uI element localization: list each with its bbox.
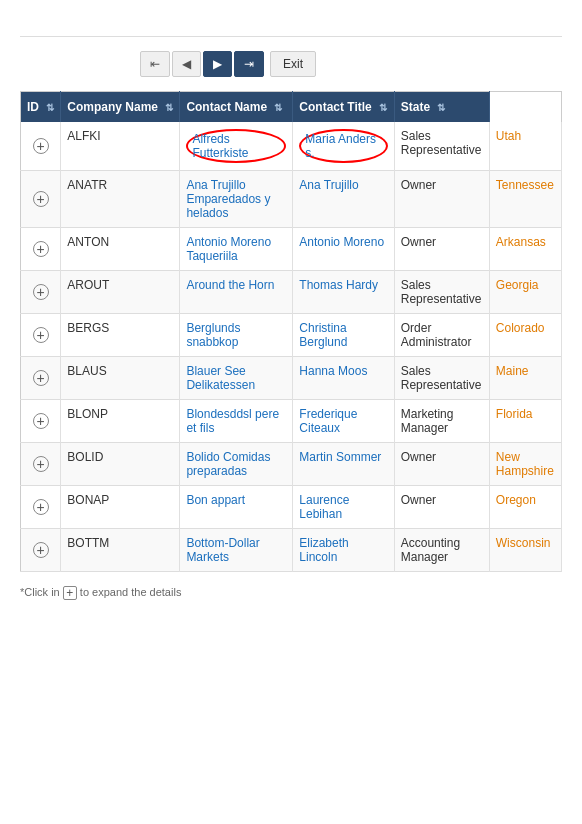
footer-note: *Click in + to expand the details — [20, 586, 562, 600]
table-row: +BOTTMBottom-Dollar MarketsElizabeth Lin… — [21, 529, 562, 572]
cell-contact-name: Christina Berglund — [293, 314, 394, 357]
expand-cell: + — [21, 271, 61, 314]
cell-id: AROUT — [61, 271, 180, 314]
contact-link[interactable]: Christina Berglund — [299, 321, 347, 349]
table-row: +ALFKIAlfreds FutterkisteMaria Anders s.… — [21, 122, 562, 171]
sort-icon-company: ⇅ — [165, 102, 173, 113]
company-link[interactable]: Ana Trujillo Emparedados y helados — [186, 178, 270, 220]
cell-id: ALFKI — [61, 122, 180, 171]
expand-cell: + — [21, 171, 61, 228]
company-link[interactable]: Antonio Moreno Taqueriila — [186, 235, 271, 263]
contact-link[interactable]: Laurence Lebihan — [299, 493, 349, 521]
expand-icon[interactable]: + — [33, 191, 49, 207]
data-grid: ID ⇅ Company Name ⇅ Contact Name ⇅ Conta… — [20, 91, 562, 572]
table-row: +ANATRAna Trujillo Emparedados y helados… — [21, 171, 562, 228]
table-row: +BONAPBon appartLaurence LebihanOwnerOre… — [21, 486, 562, 529]
expand-icon[interactable]: + — [33, 327, 49, 343]
company-link[interactable]: Bon appart — [186, 493, 245, 507]
company-link[interactable]: Blondesddsl pere et fils — [186, 407, 279, 435]
footer-text-before: *Click in — [20, 586, 63, 598]
expand-icon[interactable]: + — [33, 138, 49, 154]
company-link[interactable]: Bottom-Dollar Markets — [186, 536, 259, 564]
cell-id: BOTTM — [61, 529, 180, 572]
next-page-button[interactable]: ▶ — [203, 51, 232, 77]
table-row: +BERGSBerglunds snabbkopChristina Berglu… — [21, 314, 562, 357]
expand-icon[interactable]: + — [33, 499, 49, 515]
col-header-state[interactable]: State ⇅ — [394, 92, 489, 123]
company-link[interactable]: Bolido Comidas preparadas — [186, 450, 270, 478]
contact-link[interactable]: Thomas Hardy — [299, 278, 378, 292]
company-link[interactable]: Berglunds snabbkop — [186, 321, 240, 349]
contact-link[interactable]: Ana Trujillo — [299, 178, 358, 192]
expand-cell: + — [21, 122, 61, 171]
cell-contact-title: Sales Representative — [394, 122, 489, 171]
first-page-button[interactable]: ⇤ — [140, 51, 170, 77]
table-row: +BLAUSBlauer See DelikatessenHanna MoosS… — [21, 357, 562, 400]
cell-contact-name: Maria Anders s. — [293, 122, 394, 171]
contact-link[interactable]: Frederique Citeaux — [299, 407, 357, 435]
cell-company-name: Around the Horn — [180, 271, 293, 314]
cell-contact-title: Owner — [394, 171, 489, 228]
cell-state: Colorado — [489, 314, 561, 357]
cell-contact-title: Sales Representative — [394, 271, 489, 314]
cell-state: Arkansas — [489, 228, 561, 271]
cell-company-name: Ana Trujillo Emparedados y helados — [180, 171, 293, 228]
state-link[interactable]: Wisconsin — [496, 536, 551, 550]
col-header-company-name[interactable]: Company Name ⇅ — [61, 92, 180, 123]
cell-contact-title: Sales Representative — [394, 357, 489, 400]
expand-cell: + — [21, 228, 61, 271]
cell-state: Tennessee — [489, 171, 561, 228]
sort-icon-state: ⇅ — [437, 102, 445, 113]
expand-icon[interactable]: + — [33, 284, 49, 300]
contact-link[interactable]: Antonio Moreno — [299, 235, 384, 249]
expand-icon[interactable]: + — [33, 413, 49, 429]
state-link[interactable]: New Hampshire — [496, 450, 554, 478]
cell-company-name: Blauer See Delikatessen — [180, 357, 293, 400]
last-page-button[interactable]: ⇥ — [234, 51, 264, 77]
sort-icon-id: ⇅ — [46, 102, 54, 113]
expand-icon[interactable]: + — [33, 456, 49, 472]
prev-page-button[interactable]: ◀ — [172, 51, 201, 77]
state-link[interactable]: Tennessee — [496, 178, 554, 192]
cell-contact-name: Hanna Moos — [293, 357, 394, 400]
expand-icon[interactable]: + — [33, 241, 49, 257]
company-link[interactable]: Alfreds Futterkiste — [186, 129, 286, 163]
cell-company-name: Alfreds Futterkiste — [180, 122, 293, 171]
exit-button[interactable]: Exit — [270, 51, 316, 77]
cell-contact-title: Marketing Manager — [394, 400, 489, 443]
expand-cell: + — [21, 357, 61, 400]
cell-id: BONAP — [61, 486, 180, 529]
contact-link[interactable]: Maria Anders s. — [299, 129, 387, 163]
col-header-contact-name[interactable]: Contact Name ⇅ — [180, 92, 293, 123]
sort-icon-title: ⇅ — [379, 102, 387, 113]
state-link[interactable]: Arkansas — [496, 235, 546, 249]
expand-icon[interactable]: + — [33, 370, 49, 386]
company-link[interactable]: Around the Horn — [186, 278, 274, 292]
state-link[interactable]: Utah — [496, 129, 521, 143]
state-link[interactable]: Colorado — [496, 321, 545, 335]
state-link[interactable]: Maine — [496, 364, 529, 378]
company-link[interactable]: Blauer See Delikatessen — [186, 364, 255, 392]
table-row: +BOLIDBolido Comidas preparadasMartin So… — [21, 443, 562, 486]
col-header-id[interactable]: ID ⇅ — [21, 92, 61, 123]
state-link[interactable]: Georgia — [496, 278, 539, 292]
col-header-contact-title[interactable]: Contact Title ⇅ — [293, 92, 394, 123]
cell-state: Utah — [489, 122, 561, 171]
expand-icon[interactable]: + — [33, 542, 49, 558]
cell-contact-name: Ana Trujillo — [293, 171, 394, 228]
pagination-toolbar: ⇤ ◀ ▶ ⇥ Exit — [20, 51, 562, 77]
sort-icon-contact: ⇅ — [274, 102, 282, 113]
contact-link[interactable]: Hanna Moos — [299, 364, 367, 378]
state-link[interactable]: Florida — [496, 407, 533, 421]
state-link[interactable]: Oregon — [496, 493, 536, 507]
cell-company-name: Antonio Moreno Taqueriila — [180, 228, 293, 271]
contact-link[interactable]: Elizabeth Lincoln — [299, 536, 348, 564]
cell-id: ANATR — [61, 171, 180, 228]
cell-contact-name: Antonio Moreno — [293, 228, 394, 271]
table-row: +AROUTAround the HornThomas HardySales R… — [21, 271, 562, 314]
cell-state: New Hampshire — [489, 443, 561, 486]
contact-link[interactable]: Martin Sommer — [299, 450, 381, 464]
table-row: +BLONPBlondesddsl pere et filsFrederique… — [21, 400, 562, 443]
expand-cell: + — [21, 486, 61, 529]
cell-id: BOLID — [61, 443, 180, 486]
